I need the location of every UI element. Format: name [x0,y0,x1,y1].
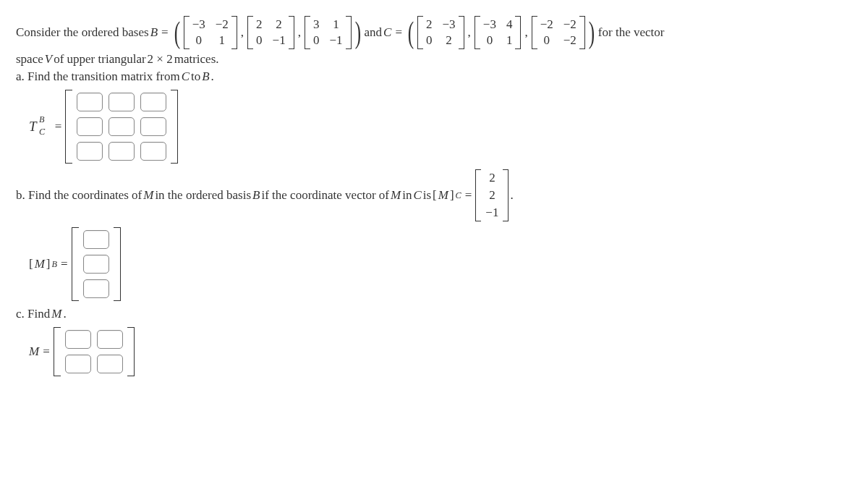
period: . [211,69,214,84]
cell: 1 [216,33,229,48]
tcb-input-2-2[interactable] [109,117,135,136]
cell: 0 [313,33,320,48]
tcb-input-1-1[interactable] [77,93,103,111]
cell: −2 [563,17,576,32]
to-text: to [191,69,200,84]
part-b-label-1: b. Find the coordinates of [16,188,142,203]
op-eq: = [41,344,52,359]
cell: −1 [485,206,498,220]
cell: 2 [442,33,455,48]
comma: , [522,25,529,40]
sym-C: C [413,188,421,203]
cell: −3 [442,17,455,32]
cell: 0 [192,33,205,48]
cell: 0 [256,33,263,48]
sym-C: C [182,69,190,84]
sym-M: M [51,307,61,321]
cell: 2 [426,17,433,32]
part-a-label: a. Find the transition matrix from [16,69,180,84]
rbracket: ] [450,188,454,203]
cell: 1 [506,33,513,48]
Mc-vector: 2 2 −1 [475,169,509,221]
C-matrix-3: −2−2 0−2 [532,16,585,49]
part-b-text: b. Find the coordinates of M in the orde… [16,169,852,221]
sym-M: M [391,188,401,203]
lbracket: [ [29,257,33,271]
cell: −3 [483,17,496,32]
cell: 0 [540,33,553,48]
cell: −2 [216,17,229,32]
sym-B: B [252,188,260,203]
cell: −2 [540,17,553,32]
sub-B: B [52,259,57,270]
intro-text-1: Consider the ordered bases [16,25,149,40]
rparen-C: ) [589,17,595,48]
part-b-label-3: if the coordinate vector of [261,188,389,203]
mb-input-3[interactable] [83,279,109,298]
problem-intro-line1: Consider the ordered bases B = ( −3−2 01… [16,16,852,49]
sub-C: C [39,127,45,137]
mb-input-2[interactable] [83,255,109,274]
cell: −1 [273,33,286,48]
two-by-two: 2 × 2 [148,52,173,67]
tcb-input-1-2[interactable] [109,93,135,111]
rparen-B: ) [354,17,360,48]
m-input-2-1[interactable] [65,355,91,373]
rbracket: ] [46,257,51,271]
tcb-input-2-1[interactable] [77,117,103,136]
op-eq: = [159,25,171,40]
part-b-label-2: in the ordered basis [155,188,251,203]
op-eq: = [53,119,64,134]
C-matrix-1: 2−3 02 [417,16,464,49]
and-text: and [365,25,383,40]
cell: 0 [426,33,433,48]
M-matrix-input [54,327,135,376]
cell: 2 [485,188,498,203]
period: . [63,307,66,321]
problem-intro-line2: space V of upper triangular 2 × 2 matric… [16,52,852,67]
cell: −3 [192,17,205,32]
op-eq: = [59,257,70,271]
part-b-answer: [M]B = [29,227,852,301]
period: . [510,188,513,203]
cell: 2 [273,17,286,32]
intro-text-5: matrices. [174,52,219,67]
op-eq: = [463,188,475,203]
part-b-label-4: in [402,188,412,203]
part-a-text: a. Find the transition matrix from C to … [16,69,852,84]
sym-C: C [383,25,391,40]
lparen-C: ( [408,17,414,48]
sym-M: M [29,344,39,359]
cell: 0 [483,33,496,48]
B-matrix-3: 31 0−1 [305,16,352,49]
m-input-1-1[interactable] [65,330,91,349]
cell: −1 [329,33,342,48]
sym-V: V [45,52,52,67]
intro-text-3: space [16,52,43,67]
tcb-input-3-3[interactable] [140,142,166,161]
op-eq: = [393,25,404,40]
intro-text-2: for the vector [598,25,665,40]
tcb-input-3-1[interactable] [77,142,103,161]
tcb-input-3-2[interactable] [109,142,135,161]
comma: , [466,25,473,40]
sub-C: C [456,190,461,201]
m-input-2-2[interactable] [97,355,123,373]
sup-B: B [39,114,44,125]
sym-M: M [35,257,45,271]
part-c-text: c. Find M . [16,307,852,321]
B-matrix-2: 22 0−1 [247,16,294,49]
TCB-symbol: T B C [29,119,51,135]
cell: 2 [485,171,498,185]
cell: 2 [256,17,263,32]
is-text: is [423,188,431,203]
part-c-label: c. Find [16,307,50,321]
mb-input-1[interactable] [83,230,109,249]
tcb-input-1-3[interactable] [140,93,166,111]
part-c-answer: M = [29,327,852,376]
intro-text-4: of upper triangular [54,52,145,67]
m-input-1-2[interactable] [97,330,123,349]
tcb-input-2-3[interactable] [140,117,166,136]
cell: 4 [506,17,513,32]
comma: , [296,25,303,40]
